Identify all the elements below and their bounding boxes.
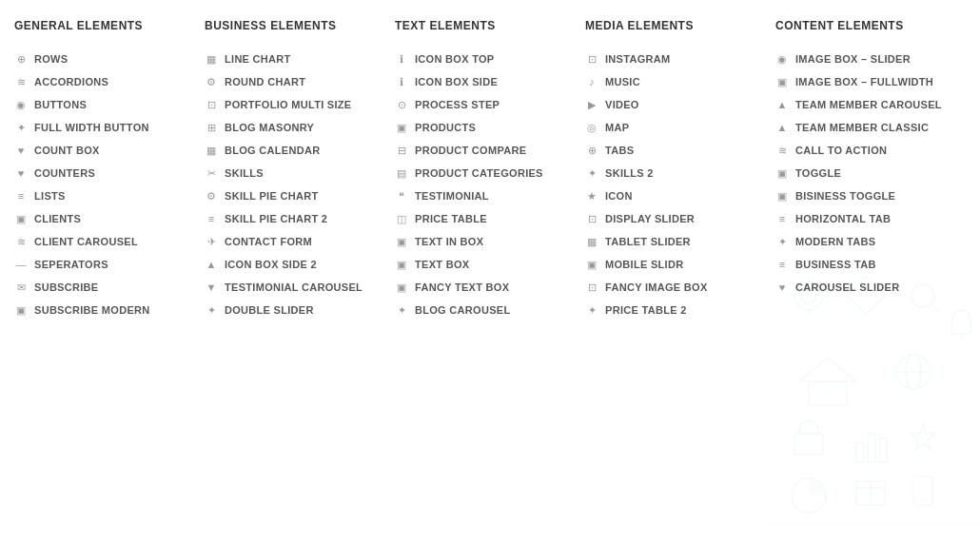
- menu-item-client-carousel[interactable]: ≋CLIENT CAROUSEL: [14, 230, 205, 253]
- menu-item-buttons[interactable]: ◉BUTTONS: [14, 93, 205, 116]
- menu-item-skills[interactable]: ✂SKILLS: [205, 162, 395, 184]
- menu-icon-product-categories: ▤: [395, 166, 408, 180]
- menu-label-testimonial-carousel: TESTIMONIAL CAROUSEL: [225, 281, 363, 293]
- menu-item-price-table[interactable]: ◫PRICE TABLE: [395, 207, 585, 230]
- menu-item-instagram[interactable]: ⊡INSTAGRAM: [585, 48, 775, 70]
- column-header-media: MEDIA ELEMENTS: [585, 19, 775, 32]
- menu-icon-toggle: ▣: [775, 166, 789, 180]
- menu-item-icon-box-side-2[interactable]: ▲ICON BOX SIDE 2: [205, 253, 395, 276]
- svg-rect-17: [868, 434, 875, 462]
- menu-label-tablet-slider: TABLET SLIDER: [605, 236, 691, 247]
- menu-item-products[interactable]: ▣PRODUCTS: [395, 116, 585, 139]
- menu-label-line-chart: LINE CHART: [225, 53, 291, 65]
- menu-icon-image-box--slider: ◉: [775, 52, 789, 66]
- menu-label-buttons: BUTTONS: [34, 99, 87, 110]
- menu-icon-video: ▶: [585, 98, 598, 111]
- menu-item-process-step[interactable]: ⊙PROCESS STEP: [395, 93, 585, 116]
- menu-label-accordions: ACCORDIONS: [34, 76, 108, 87]
- menu-item-skill-pie-chart[interactable]: ⚙SKILL PIE CHART: [205, 184, 395, 207]
- menu-item-product-categories[interactable]: ▤PRODUCT CATEGORIES: [395, 162, 585, 184]
- menu-label-blog-masonry: BLOG MASONRY: [225, 122, 314, 133]
- menu-item-bisiness-toggle[interactable]: ▣BISINESS TOGGLE: [775, 184, 966, 207]
- menu-item-video[interactable]: ▶VIDEO: [585, 93, 775, 116]
- menu-item-subscribe-modern[interactable]: ▣SUBSCRIBE MODERN: [14, 299, 205, 321]
- menu-item-blog-carousel[interactable]: ✦BLOG CAROUSEL: [395, 299, 585, 321]
- menu-icon-skill-pie-chart-2: ≡: [205, 212, 218, 225]
- menu-label-video: VIDEO: [605, 99, 639, 110]
- menu-item-display-slider[interactable]: ⊡DISPLAY SLIDER: [585, 207, 775, 230]
- menu-label-skill-pie-chart: SKILL PIE CHART: [225, 190, 318, 202]
- menu-item-price-table-2[interactable]: ✦PRICE TABLE 2: [585, 299, 775, 321]
- menu-item-image-box--slider[interactable]: ◉IMAGE BOX – SLIDER: [775, 48, 966, 70]
- menu-item-image-box--fullwidth[interactable]: ▣IMAGE BOX – FULLWIDTH: [775, 70, 966, 93]
- menu-item-blog-masonry[interactable]: ⊞BLOG MASONRY: [205, 116, 395, 139]
- menu-icon-round-chart: ⚙: [205, 75, 218, 88]
- menu-item-text-in-box[interactable]: ▣TEXT IN BOX: [395, 230, 585, 253]
- menu-label-seperators: SEPERATORS: [34, 259, 108, 270]
- menu-item-music[interactable]: ♪MUSIC: [585, 70, 775, 93]
- menu-item-horizontal-tab[interactable]: ≡HORIZONTAL TAB: [775, 207, 966, 230]
- menu-icon-double-slider: ✦: [205, 303, 218, 317]
- menu-item-blog-calendar[interactable]: ▦BLOG CALENDAR: [205, 139, 395, 162]
- menu-item-icon-box-top[interactable]: ℹICON BOX TOP: [395, 48, 585, 70]
- menu-item-double-slider[interactable]: ✦DOUBLE SLIDER: [205, 299, 395, 321]
- menu-item-subscribe[interactable]: ✉SUBSCRIBE: [14, 276, 205, 299]
- menu-label-team-member-classic: TEAM MEMBER CLASSIC: [795, 122, 929, 133]
- menu-item-portfolio-multi-size[interactable]: ⊡PORTFOLIO MULTI SIZE: [205, 93, 395, 116]
- menu-icon-clients: ▣: [14, 212, 28, 225]
- menu-icon-skills: ✂: [205, 166, 218, 180]
- menu-item-business-tab[interactable]: ≡BUSINESS TAB: [775, 253, 966, 276]
- menu-item-team-member-classic[interactable]: ▲TEAM MEMBER CLASSIC: [775, 116, 966, 139]
- menu-label-instagram: INSTAGRAM: [605, 53, 671, 65]
- menu-label-round-chart: ROUND CHART: [225, 76, 305, 87]
- menu-item-icon-box-side[interactable]: ℹICON BOX SIDE: [395, 70, 585, 93]
- menu-item-product-compare[interactable]: ⊟PRODUCT COMPARE: [395, 139, 585, 162]
- menu-item-lists[interactable]: ≡LISTS: [14, 184, 205, 207]
- menu-item-map[interactable]: ◎MAP: [585, 116, 775, 139]
- column-header-content: CONTENT ELEMENTS: [775, 19, 966, 32]
- menu-item-fancy-image-box[interactable]: ⊡FANCY IMAGE BOX: [585, 276, 775, 299]
- menu-label-image-box--slider: IMAGE BOX – SLIDER: [795, 53, 911, 65]
- menu-item-skill-pie-chart-2[interactable]: ≡SKILL PIE CHART 2: [205, 207, 395, 230]
- menu-icon-blog-carousel: ✦: [395, 303, 408, 317]
- menu-label-subscribe: SUBSCRIBE: [34, 281, 99, 293]
- menu-label-call-to-action: CALL TO ACTION: [795, 145, 887, 156]
- menu-icon-icon-box-side: ℹ: [395, 75, 408, 88]
- main-container: GENERAL ELEMENTS⊕ROWS≋ACCORDIONS◉BUTTONS…: [0, 0, 980, 340]
- menu-item-mobile-slidr[interactable]: ▣MOBILE SLIDR: [585, 253, 775, 276]
- menu-item-counters[interactable]: ♥COUNTERS: [14, 162, 205, 184]
- menu-label-modern-tabs: MODERN TABS: [795, 236, 875, 247]
- menu-icon-team-member-carousel: ▲: [775, 98, 789, 111]
- menu-item-icon[interactable]: ★ICON: [585, 184, 775, 207]
- menu-item-call-to-action[interactable]: ≋CALL TO ACTION: [775, 139, 966, 162]
- menu-label-mobile-slidr: MOBILE SLIDR: [605, 259, 683, 270]
- menu-item-text-box[interactable]: ▣TEXT BOX: [395, 253, 585, 276]
- menu-item-fancy-text-box[interactable]: ▣FANCY TEXT BOX: [395, 276, 585, 299]
- menu-item-testimonial[interactable]: ❝TESTIMONIAL: [395, 184, 585, 207]
- menu-item-rows[interactable]: ⊕ROWS: [14, 48, 205, 70]
- menu-item-accordions[interactable]: ≋ACCORDIONS: [14, 70, 205, 93]
- menu-item-clients[interactable]: ▣CLIENTS: [14, 207, 205, 230]
- menu-item-line-chart[interactable]: ▦LINE CHART: [205, 48, 395, 70]
- menu-item-round-chart[interactable]: ⚙ROUND CHART: [205, 70, 395, 93]
- menu-item-count-box[interactable]: ♥COUNT BOX: [14, 139, 205, 162]
- menu-item-seperators[interactable]: —SEPERATORS: [14, 253, 205, 276]
- menu-item-tabs[interactable]: ⊕TABS: [585, 139, 775, 162]
- menu-item-modern-tabs[interactable]: ✦MODERN TABS: [775, 230, 966, 253]
- menu-item-full-width-button[interactable]: ✦FULL WIDTH BUTTON: [14, 116, 205, 139]
- svg-marker-19: [911, 424, 935, 450]
- menu-item-contact-form[interactable]: ✈CONTACT FORM: [205, 230, 395, 253]
- menu-icon-process-step: ⊙: [395, 98, 408, 111]
- menu-item-team-member-carousel[interactable]: ▲TEAM MEMBER CAROUSEL: [775, 93, 966, 116]
- menu-label-process-step: PROCESS STEP: [415, 99, 500, 110]
- menu-icon-text-in-box: ▣: [395, 235, 408, 248]
- menu-label-rows: ROWS: [34, 53, 68, 65]
- menu-item-testimonial-carousel[interactable]: ▼TESTIMONIAL CAROUSEL: [205, 276, 395, 299]
- menu-icon-blog-masonry: ⊞: [205, 121, 218, 134]
- menu-item-toggle[interactable]: ▣TOGGLE: [775, 162, 966, 184]
- menu-item-skills-2[interactable]: ✦SKILLS 2: [585, 162, 775, 184]
- menu-icon-team-member-classic: ▲: [775, 121, 789, 134]
- menu-icon-contact-form: ✈: [205, 235, 218, 248]
- menu-item-tablet-slider[interactable]: ▦TABLET SLIDER: [585, 230, 775, 253]
- menu-item-carousel-slider[interactable]: ♥CAROUSEL SLIDER: [775, 276, 966, 299]
